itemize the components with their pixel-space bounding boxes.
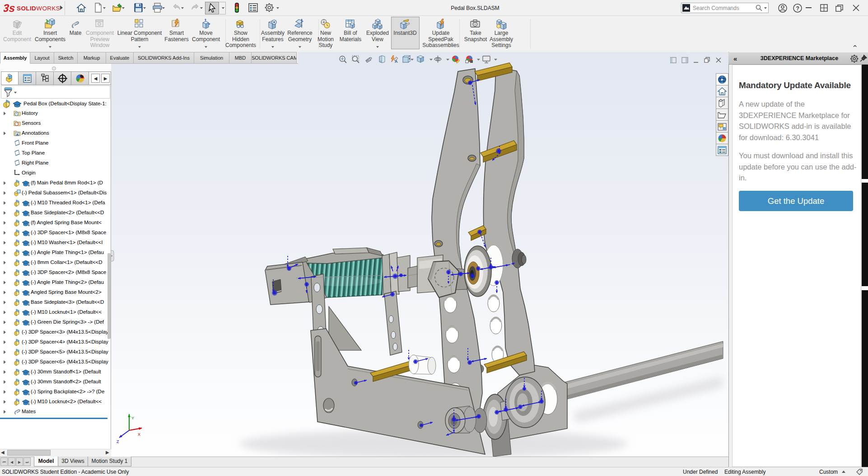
svg-text:A: A [16, 132, 19, 137]
svg-text:Y: Y [131, 416, 134, 420]
svg-text:X: X [138, 432, 140, 437]
svg-text:?: ? [796, 5, 799, 12]
svg-text:A: A [395, 59, 398, 64]
svg-text:3s: 3s [4, 2, 16, 14]
svg-text:Z: Z [117, 439, 119, 444]
